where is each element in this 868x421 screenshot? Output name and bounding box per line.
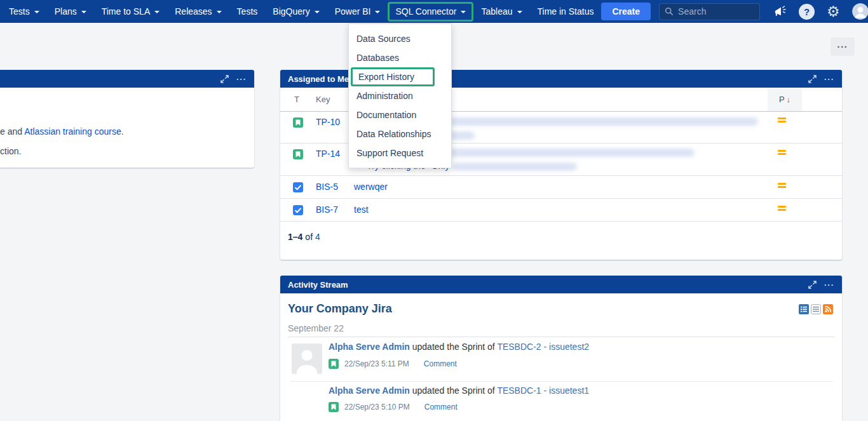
comment-link[interactable]: Comment	[424, 359, 457, 368]
issue-summary-link[interactable]: werwqer	[354, 182, 388, 192]
expand-icon[interactable]	[220, 75, 229, 83]
jira-dashboard: Tests Plans Time to SLA Releases Tests B…	[0, 0, 868, 421]
menu-item-databases[interactable]: Databases	[349, 48, 451, 67]
chevron-down-icon	[34, 11, 39, 13]
table-row: BIS-5 werwqer	[280, 176, 842, 199]
menu-item-data-relationships[interactable]: Data Relationships	[349, 124, 451, 144]
nav-item-label: Releases	[175, 6, 212, 17]
chevron-down-icon	[81, 11, 86, 13]
ellipsis-icon: ···	[837, 43, 848, 51]
issue-key-link[interactable]: BIS-7	[316, 204, 338, 215]
menu-item-administration[interactable]: Administration	[349, 86, 451, 105]
nav-item-tests-2[interactable]: Tests	[229, 0, 266, 23]
column-header-type[interactable]: T	[294, 95, 299, 104]
intro-line2: ction.	[0, 142, 124, 161]
intro-line1-prefix: e and	[0, 126, 24, 137]
task-type-icon	[293, 182, 303, 195]
divider	[290, 381, 833, 382]
activity-entry-text: Alpha Serve Admin updated the Sprint of …	[329, 385, 589, 396]
issue-summary-link[interactable]: test	[354, 204, 369, 215]
issue-key-link[interactable]: TP-10	[316, 117, 340, 127]
activity-date-group: September 22	[288, 323, 344, 333]
story-type-icon	[329, 359, 339, 369]
nav-item-plans[interactable]: Plans	[47, 0, 94, 23]
nav-item-tests[interactable]: Tests	[1, 0, 47, 23]
issue-key-link[interactable]: TP-14	[316, 149, 340, 159]
activity-view-toggle	[799, 304, 833, 314]
activity-timestamp: 22/Sep/23 5:11 PM	[344, 359, 409, 368]
gadget-menu-icon[interactable]: ···	[824, 281, 834, 289]
nav-item-label: SQL Connector	[395, 6, 456, 17]
activity-stream-gadget: Activity Stream ··· Your Company Jira Se…	[280, 276, 842, 421]
sql-connector-menu: Data Sources Databases Export History Ad…	[348, 23, 452, 168]
divider	[288, 337, 834, 337]
nav-item-label: Power BI	[335, 6, 371, 17]
create-button[interactable]: Create	[601, 3, 651, 20]
training-course-link[interactable]: Atlassian training course	[24, 126, 121, 137]
priority-medium-icon	[778, 182, 786, 189]
nav-item-label: Plans	[55, 6, 77, 17]
gadget-menu-icon[interactable]: ···	[236, 75, 247, 83]
priority-medium-icon	[778, 204, 786, 212]
comment-link[interactable]: Comment	[424, 403, 458, 411]
avatar	[292, 344, 322, 374]
nav-item-bigquery[interactable]: BigQuery	[265, 0, 327, 23]
pagination: 1–4of4	[288, 232, 320, 242]
activity-entry-meta: 22/Sep/23 5:11 PM Comment	[329, 359, 457, 369]
nav-item-label: Tests	[9, 6, 30, 17]
search-input[interactable]	[678, 6, 754, 17]
gadget-header: Activity Stream ···	[280, 276, 842, 293]
chevron-down-icon	[217, 11, 222, 13]
rss-icon[interactable]	[823, 304, 833, 314]
activity-issue-link[interactable]: TESBDC-2 - issuetest2	[497, 342, 589, 352]
task-type-icon	[293, 205, 303, 218]
expand-icon[interactable]	[808, 75, 817, 83]
gear-icon[interactable]: ⚙	[827, 4, 840, 19]
activity-entry-text: Alpha Serve Admin updated the Sprint of …	[329, 342, 589, 352]
nav-item-time-in-status[interactable]: Time in Status	[530, 0, 602, 23]
list-view-icon[interactable]	[811, 304, 821, 314]
navbar-icon-group: ? ⚙	[773, 3, 868, 20]
activity-entry-meta: 22/Sep/23 5:10 PM Comment	[329, 402, 458, 412]
pagination-of: of	[305, 232, 313, 242]
gadget-title: Activity Stream	[288, 280, 348, 290]
megaphone-icon[interactable]	[773, 5, 787, 18]
gadget-menu-icon[interactable]: ···	[824, 75, 834, 83]
activity-stream-heading[interactable]: Your Company Jira	[288, 302, 392, 316]
nav-item-time-to-sla[interactable]: Time to SLA	[94, 0, 168, 23]
activity-action-text: updated the Sprint of	[410, 385, 498, 396]
issue-key-link[interactable]: BIS-5	[316, 182, 338, 192]
story-type-icon	[329, 402, 339, 412]
nav-item-releases[interactable]: Releases	[167, 0, 229, 23]
nav-item-tableau[interactable]: Tableau	[473, 0, 529, 23]
nav-item-label: BigQuery	[273, 6, 309, 17]
top-navbar: Tests Plans Time to SLA Releases Tests B…	[0, 0, 868, 23]
menu-item-data-sources[interactable]: Data Sources	[349, 29, 451, 48]
help-icon[interactable]: ?	[799, 4, 815, 20]
user-avatar[interactable]	[852, 3, 868, 20]
column-header-key[interactable]: Key	[316, 95, 330, 104]
chevron-down-icon	[315, 11, 320, 13]
story-type-icon	[293, 149, 303, 162]
activity-user-link[interactable]: Alpha Serve Admin	[329, 342, 410, 352]
pagination-total-link[interactable]: 4	[315, 232, 320, 242]
menu-item-export-history[interactable]: Export History	[351, 67, 435, 86]
priority-medium-icon	[778, 149, 786, 156]
activity-timestamp: 22/Sep/23 5:10 PM	[344, 403, 410, 411]
activity-user-link[interactable]: Alpha Serve Admin	[329, 385, 410, 396]
dashboard-more-button[interactable]: ···	[831, 37, 855, 56]
story-type-icon	[293, 117, 303, 130]
sort-descending-icon: ↓	[787, 95, 791, 104]
expand-icon[interactable]	[808, 281, 817, 289]
activity-issue-link[interactable]: TESBDC-1 - issuetest1	[497, 385, 589, 396]
detail-view-icon[interactable]	[799, 304, 809, 314]
priority-column-label: P	[779, 95, 785, 104]
chevron-down-icon	[375, 11, 380, 13]
chevron-down-icon	[461, 11, 466, 13]
search-box[interactable]	[659, 3, 760, 20]
nav-item-power-bi[interactable]: Power BI	[327, 0, 388, 23]
nav-item-sql-connector[interactable]: SQL Connector	[388, 2, 473, 22]
menu-item-support-request[interactable]: Support Request	[349, 144, 451, 163]
menu-item-documentation[interactable]: Documentation	[349, 105, 451, 124]
column-header-priority[interactable]: P ↓	[768, 88, 802, 111]
